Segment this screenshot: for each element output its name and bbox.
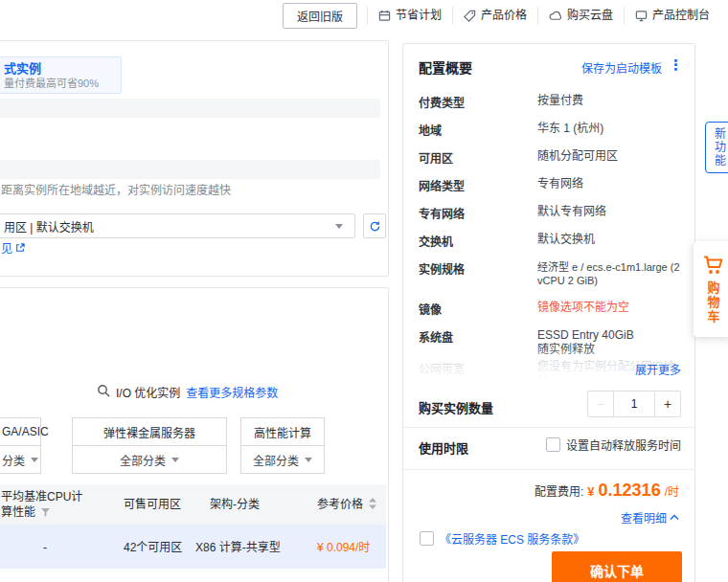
terms-row: 《云服务器 ECS 服务条款》 [420,530,584,547]
instance-config-panel: 式实例 量付费最高可省90% 距离实例所在地域越近，对实例访问速度越快 用区 |… [0,40,389,277]
header-price-sortable[interactable]: 参考价格 [317,497,376,513]
auto-release-label: 设置自动释放服务时间 [566,436,681,453]
price-currency: ¥ [587,484,594,499]
nav-buy-cloud-disk[interactable]: 购买云盘 [537,7,624,24]
quantity-label: 购买实例数量 [419,398,493,416]
external-link-icon [15,243,25,253]
category-card-label: 弹性裸金属服务器 [103,424,195,440]
auto-release-option[interactable]: 设置自动释放服务时间 [546,436,681,453]
spec-table-row[interactable]: - 42个可用区 X86 计算-共享型 ¥ 0.094/时 [0,525,386,569]
spot-instance-tab[interactable]: 式实例 量付费最高可省90% [0,56,122,94]
summary-value: 默认专有网络 [537,205,683,219]
console-icon [635,10,648,22]
placeholder-bar [0,160,380,179]
category-select-gpu[interactable]: 分类 [0,445,41,474]
price-tag-icon [464,10,476,22]
category-card-gpu[interactable]: GA/ASIC [0,417,41,446]
divider [403,427,694,428]
quantity-minus-button[interactable]: − [588,392,613,416]
spot-tab-subtitle: 量付费最高可省90% [4,77,121,90]
terms-checkbox[interactable] [420,531,434,546]
cell-zones: 42个可用区 [124,540,182,555]
summary-label: 实例规格 [419,260,465,277]
quantity-stepper: − 1 + [587,391,681,417]
summary-value: 专有网络 [537,177,683,191]
chevron-down-icon [305,458,312,462]
top-toolbar: 返回旧版 节省计划 产品价格 购买云盘 产品控制台 [0,0,728,31]
cart-icon [701,254,724,277]
vswitch-select-value: 用区 | 默认交换机 [4,218,94,235]
chevron-down-icon [31,458,38,462]
back-to-old-version-button[interactable]: 返回旧版 [283,3,357,29]
config-summary-panel: 配置概要 保存为启动模板 ⋮ 付费类型 按量付费 地域 华东 1 (杭州) 可用… [402,43,695,582]
chevron-down-icon [171,458,179,462]
summary-label: 付费类型 [419,94,465,110]
summary-value: 华东 1 (杭州) [537,122,683,136]
refresh-icon [369,220,381,233]
spec-search-row: I/O 优化实例 查看更多规格参数 [97,384,278,400]
cell-cpu-performance: - [43,540,47,555]
summary-label: 镜像 [419,301,442,317]
nav-label: 产品控制台 [652,9,710,22]
category-card-hpc[interactable]: 高性能计算 [240,417,325,446]
detail-link[interactable]: 见 [1,239,25,256]
summary-label: 地域 [419,122,442,138]
summary-label: 可用区 [419,149,453,166]
save-as-template-link[interactable]: 保存为启动模板 [581,59,662,76]
detail-link-text: 见 [1,239,12,256]
io-optimized-label: I/O 优化实例 [116,384,180,400]
category-select-baremetal[interactable]: 全部分类 [72,445,227,474]
view-detail-text: 查看明细 [621,509,667,526]
price-label: 配置费用: [535,482,583,499]
placeholder-bar [0,99,380,118]
price-amount: 0.12316 [599,481,661,501]
more-specs-link[interactable]: 查看更多规格参数 [186,384,278,400]
nav-product-console[interactable]: 产品控制台 [624,7,720,24]
refresh-button[interactable] [363,213,386,238]
nav-saving-plan[interactable]: 节省计划 [367,7,452,24]
search-icon[interactable] [97,384,110,400]
summary-title: 配置概要 [419,57,472,77]
terms-link[interactable]: 《云服务器 ECS 服务条款》 [440,530,584,547]
chevron-up-icon [670,514,679,521]
cell-architecture: X86 计算-共享型 [195,540,281,555]
category-select-hpc[interactable]: 全部分类 [240,445,325,474]
cloud-disk-icon [549,10,562,22]
quantity-plus-button[interactable]: + [655,392,680,416]
nav-product-price[interactable]: 产品价格 [452,7,537,24]
chevron-down-icon [335,224,343,229]
category-card-baremetal[interactable]: 弹性裸金属服务器 [72,417,227,446]
spec-table-header: 平均基准CPU计 算性能 可售可用区 架构-分类 参考价格 [0,484,386,525]
category-select-value: 全部分类 [120,452,166,468]
cell-price: ¥ 0.094/时 [317,540,370,555]
expand-more-link[interactable]: 展开更多 [635,361,681,377]
price-unit: /时 [665,482,679,499]
divider [403,385,694,386]
filter-funnel-icon[interactable] [41,505,50,521]
new-feature-tab[interactable]: 新功能 [705,122,728,173]
more-menu-icon[interactable]: ⋮ [669,56,683,74]
cart-label: 购物车 [704,281,722,325]
divider [403,469,694,470]
summary-label: 交换机 [419,233,453,249]
category-card-label: GA/ASIC [2,425,49,438]
category-card-label: 高性能计算 [254,424,311,440]
nav-label: 购买云盘 [567,9,613,22]
duration-label: 使用时限 [419,438,468,457]
quantity-input[interactable]: 1 [613,392,655,416]
shopping-cart-tab[interactable]: 购物车 [694,241,728,337]
summary-label: 公网带宽 [419,360,465,376]
summary-value: 按量付费 [537,94,683,108]
sort-arrows-icon [369,498,376,513]
config-price: 配置费用: ¥ 0.12316 /时 [535,481,679,501]
auto-release-checkbox[interactable] [546,437,560,452]
category-select-value: 全部分类 [253,452,299,468]
vswitch-select[interactable]: 用区 | 默认交换机 [0,213,355,238]
header-architecture: 架构-分类 [210,497,260,512]
summary-value-error: 镜像选项不能为空 [537,301,683,315]
view-detail-link[interactable]: 查看明细 [621,509,679,526]
instance-type-panel: I/O 优化实例 查看更多规格参数 GA/ASIC 弹性裸金属服务器 高性能计算… [0,287,389,582]
summary-value: 经济型 e / ecs.e-c1m1.large (2 vCPU 2 GiB) [537,260,683,287]
plan-icon [378,10,391,22]
confirm-order-button[interactable]: 确认下单 [552,551,682,582]
